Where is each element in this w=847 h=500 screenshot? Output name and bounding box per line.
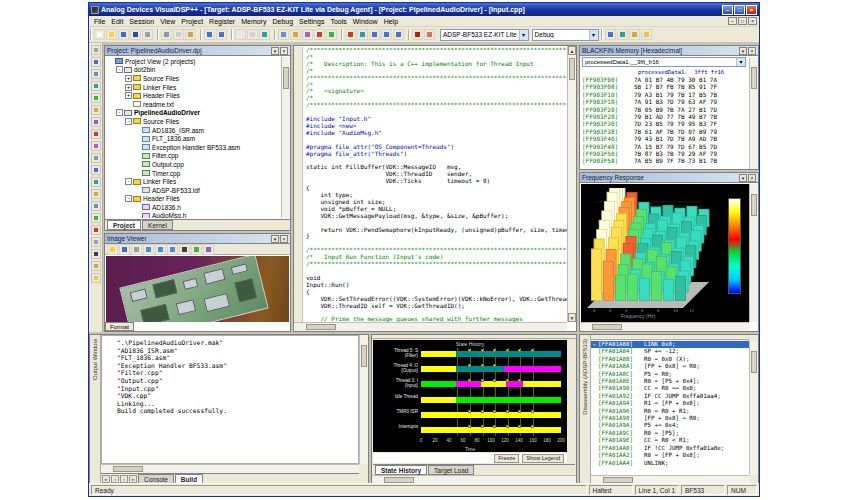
find-next-icon[interactable] [247, 29, 258, 40]
memory-panel-titlebar[interactable]: BLACKFIN Memory [Hexadecimal] ▾ × [580, 46, 758, 56]
save-all-icon[interactable] [130, 29, 141, 40]
build-project-icon[interactable] [290, 29, 301, 40]
history-tab-target-load[interactable]: Target Load [428, 465, 474, 475]
rebuild-all-icon[interactable] [302, 29, 313, 40]
image-settings-icon[interactable] [203, 244, 214, 255]
memory-row[interactable]: [FF903F00]7A 01 B7 4B 79 30 B1 7A [582, 76, 748, 83]
help-tool-icon[interactable] [91, 273, 101, 283]
save-file-icon[interactable] [118, 29, 129, 40]
cut-icon[interactable] [161, 29, 172, 40]
tree-item[interactable]: FLT_1836.asm [106, 134, 280, 143]
menu-item-help[interactable]: Help [381, 18, 401, 25]
disassembly-row[interactable]: [FFA01AA4]UNLINK; [591, 460, 749, 467]
collapse-icon[interactable]: - [116, 66, 123, 73]
memory-expression-combo[interactable]: processedData1.__3fft_fr16 ▾ [582, 57, 746, 67]
step-into-icon[interactable] [369, 29, 380, 40]
project-tab-kernel[interactable]: Kernel [142, 220, 173, 230]
breakpoint-gutter[interactable] [294, 47, 303, 322]
tab-scroll-last[interactable]: » [129, 475, 137, 483]
tree-item[interactable]: Exception Handler BF533.asm [106, 143, 280, 152]
restart-icon[interactable] [357, 29, 368, 40]
paste-icon[interactable] [185, 29, 196, 40]
plot-tool-icon[interactable] [91, 105, 101, 115]
disassembly-row[interactable]: [FFA01AA2]R0 = [FP + 0x8]; [591, 452, 749, 459]
new-file-icon[interactable] [94, 29, 105, 40]
disassembly-row[interactable]: [FFA01A94]R1 = [FP + 0x8]; [591, 400, 749, 407]
print-icon[interactable] [142, 29, 153, 40]
find-icon[interactable] [235, 29, 246, 40]
copy-icon[interactable] [173, 29, 184, 40]
panel-menu-icon[interactable]: ▾ [271, 235, 279, 243]
disassembly-side-titlebar[interactable]: Disassembly (ADSP-BF533) [580, 335, 591, 484]
semaphores-tool-icon[interactable] [91, 177, 101, 187]
expand-icon[interactable]: + [125, 84, 132, 91]
tree-item[interactable]: +Source Files [106, 74, 280, 83]
memory-row[interactable]: [FF903F08]5B 17 B7 FB 7B 85 91 7F [582, 83, 748, 90]
redo-icon[interactable] [216, 29, 227, 40]
output-log-area[interactable]: ".\PipelinedAudioDriver.mak""AD1836_ISR.… [101, 335, 359, 464]
disassembly-row[interactable]: [FFA01A84]SP += -12; [591, 348, 749, 355]
collapse-icon[interactable]: - [125, 195, 132, 202]
memory-row[interactable]: [FF903F38]7B 61 AF 7B 7D 07 B9 79 [582, 128, 748, 135]
trace-tool-icon[interactable] [91, 129, 101, 139]
memory-row[interactable]: [FF903F40]79 43 B1 7D 7B A9 AD 7B [582, 135, 748, 142]
disassembly-row[interactable]: [FFA01A9E]CC = R0 < R1; [591, 437, 749, 444]
scroll-down-icon[interactable]: ▼ [568, 313, 576, 322]
play-stream-icon[interactable] [191, 244, 202, 255]
output-vscrollbar[interactable] [359, 335, 368, 464]
tab-scroll-left[interactable]: ‹ [111, 475, 119, 483]
trace-window-icon[interactable] [617, 29, 628, 40]
tree-item[interactable]: readme.txt [106, 100, 280, 109]
menu-item-debug[interactable]: Debug [269, 18, 296, 25]
expand-icon[interactable]: + [125, 92, 132, 99]
menu-item-file[interactable]: File [91, 18, 108, 25]
editor-vscrollbar[interactable]: ▲ ▼ [567, 46, 576, 322]
disassembly-row[interactable]: [FFA01A9C]R0 = [P5]; [591, 430, 749, 437]
menu-item-settings[interactable]: Settings [296, 18, 327, 25]
menu-item-edit[interactable]: Edit [108, 18, 126, 25]
zoom-out-icon[interactable] [155, 244, 166, 255]
script-tool-icon[interactable] [91, 261, 101, 271]
panel-menu-icon[interactable]: ▾ [739, 47, 747, 55]
chevron-down-icon[interactable]: ▾ [589, 30, 598, 40]
collapse-icon[interactable]: - [125, 178, 132, 185]
project-panel-titlebar[interactable]: Project: PipelinedAudioDriver.dpj ▾ × [105, 46, 290, 56]
history-button-show-legend[interactable]: Show Legend [522, 454, 564, 463]
tree-item[interactable]: -dot2bin [106, 66, 280, 75]
stop-build-icon[interactable] [314, 29, 325, 40]
tab-scroll-first[interactable]: « [102, 475, 110, 483]
tree-item[interactable]: Filter.cpp [106, 152, 280, 161]
memory-rows[interactable]: [FF903F00]7A 01 B7 4B 79 30 B1 7A[FF903F… [582, 76, 748, 167]
tree-item[interactable]: +Linker Files [106, 83, 280, 92]
tree-item[interactable]: ADSP-BF533.ldf [106, 186, 280, 195]
disassembly-row[interactable]: [FFA01A90]CC = R0 == 0x0; [591, 385, 749, 392]
locals-tool-icon[interactable] [91, 69, 101, 79]
registers-tool-icon[interactable] [91, 81, 101, 91]
memory-row[interactable]: [FF903F30]7D 23 B5 79 79 95 B3 7F [582, 120, 748, 127]
close-button[interactable]: × [746, 5, 757, 15]
disassembly-row[interactable]: [FFA01A96]R0 = R0 + R1; [591, 408, 749, 415]
expand-icon[interactable]: + [125, 75, 132, 82]
watch-tool-icon[interactable] [91, 57, 101, 67]
tree-item[interactable]: Timer.cpp [106, 169, 280, 178]
halt-icon[interactable] [345, 29, 356, 40]
title-bar[interactable]: Analog Devices VisualDSP++ - [Target: AD… [89, 3, 759, 16]
tree-item[interactable]: AD1836.h [106, 203, 280, 212]
project-tree-scrollbar[interactable] [281, 57, 290, 218]
doc-minimize-button[interactable]: – [728, 17, 737, 25]
editor-hscrollbar[interactable] [294, 322, 567, 331]
panel-menu-icon[interactable]: ▾ [739, 174, 747, 182]
stack-tool-icon[interactable] [91, 153, 101, 163]
threads-tool-icon[interactable] [91, 165, 101, 175]
close-icon[interactable]: × [748, 174, 756, 182]
disassembly-row[interactable]: [FFA01A9A]P5 += 0x4; [591, 422, 749, 429]
step-over-icon[interactable] [381, 29, 392, 40]
menu-item-register[interactable]: Register [206, 18, 238, 25]
maximize-button[interactable]: □ [734, 5, 745, 15]
chevron-down-icon[interactable]: ▾ [736, 58, 745, 66]
terminal-tool-icon[interactable] [91, 249, 101, 259]
disassembly-row[interactable]: [FFA01A88]R0 = 0x0 (X); [591, 356, 749, 363]
session-combo[interactable]: ADSP-BF533 EZ-KIT Lite▾ [440, 29, 529, 41]
help-icon[interactable] [641, 29, 652, 40]
tree-item[interactable]: -Linker Files [106, 177, 280, 186]
